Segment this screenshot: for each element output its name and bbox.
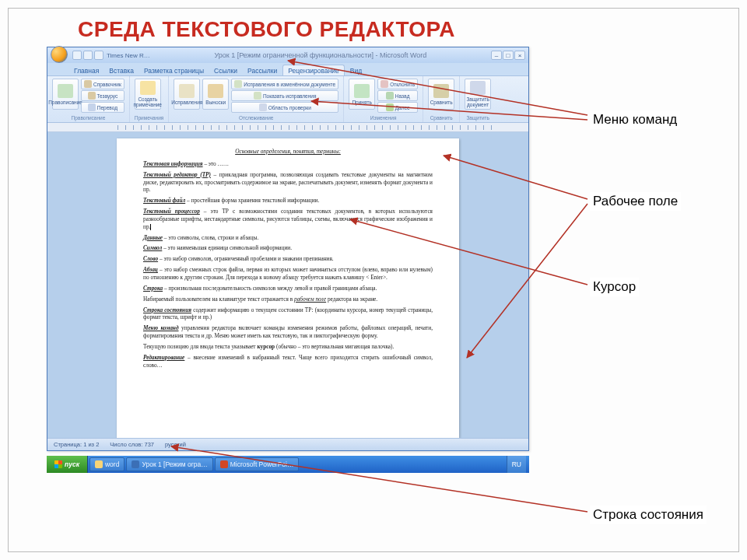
tab-home[interactable]: Главная xyxy=(69,65,103,75)
doc-icon xyxy=(234,80,242,88)
taskbar-item-powerpoint[interactable]: Microsoft PowerPoi… xyxy=(215,457,300,471)
tab-mailings[interactable]: Рассылки xyxy=(243,65,282,75)
compare-icon xyxy=(433,84,449,98)
group-label: Правописание xyxy=(52,114,124,121)
show-markup-button[interactable]: Показать исправления xyxy=(231,90,338,101)
group-label: Защитить xyxy=(465,114,491,121)
panel-icon xyxy=(259,103,267,111)
balloons-button[interactable]: Выноски xyxy=(202,79,229,110)
document-title: Урок 1 [Режим ограниченной функционально… xyxy=(153,51,488,59)
status-language[interactable]: русский xyxy=(165,441,186,448)
qat-font-name[interactable]: Times New R… xyxy=(107,52,150,59)
research-button[interactable]: Справочник xyxy=(81,79,124,89)
document-page[interactable]: Основные определения, понятия, термины: … xyxy=(117,138,459,438)
taskbar-item-word[interactable]: Урок 1 [Режим огра… xyxy=(126,457,212,471)
new-comment-button[interactable]: Создать примечание xyxy=(135,79,161,110)
slide-title: СРЕДА ТЕКСТОВОГО РЕДАКТОРА xyxy=(78,17,455,42)
book-icon xyxy=(84,80,92,88)
tab-references[interactable]: Ссылки xyxy=(209,65,242,75)
doc-heading: Основные определения, понятия, термины: xyxy=(143,148,433,156)
next-change-button[interactable]: Далее xyxy=(377,102,418,113)
tray-lang[interactable]: RU xyxy=(512,460,521,468)
accept-button[interactable]: Принять xyxy=(349,79,375,110)
group-label: Изменения xyxy=(349,114,418,121)
markup-icon xyxy=(254,92,261,100)
qat-undo-icon[interactable] xyxy=(83,51,93,60)
track-changes-button[interactable]: Исправления xyxy=(174,79,200,110)
qat-save-icon[interactable] xyxy=(72,51,82,60)
status-page[interactable]: Страница: 1 из 2 xyxy=(54,441,99,448)
group-comments: Создать примечание Примечания xyxy=(130,76,170,122)
reject-icon xyxy=(381,80,388,88)
status-bar: Страница: 1 из 2 Число слов: 737 русский xyxy=(47,438,528,450)
comment-icon xyxy=(140,81,156,95)
spelling-button[interactable]: Правописание xyxy=(52,79,79,110)
next-icon xyxy=(386,103,394,111)
office-button[interactable] xyxy=(51,46,68,63)
tab-layout[interactable]: Разметка страницы xyxy=(139,65,209,75)
thesaurus-button[interactable]: Тезаурус xyxy=(81,90,124,101)
group-label: Сравнить xyxy=(428,114,454,121)
status-words[interactable]: Число слов: 737 xyxy=(110,441,154,448)
taskbar-item-folder[interactable]: word xyxy=(89,457,124,471)
balloons-icon xyxy=(208,84,223,98)
text-cursor xyxy=(150,224,151,230)
callout-cursor: Курсор xyxy=(590,278,639,296)
callout-statusbar: Строка состояния xyxy=(590,506,707,524)
prev-icon xyxy=(386,92,394,100)
maximize-button[interactable]: □ xyxy=(503,51,514,60)
word-window: Times New R… Урок 1 [Режим ограниченной … xyxy=(47,47,529,451)
prev-change-button[interactable]: Назад xyxy=(377,90,418,101)
accept-icon xyxy=(354,84,370,98)
minimize-button[interactable]: – xyxy=(491,51,502,60)
group-tracking: Исправления Выноски Исправления в изменё… xyxy=(169,76,344,122)
tab-insert[interactable]: Вставка xyxy=(104,65,139,75)
group-label: Отслеживание xyxy=(174,114,338,121)
horizontal-ruler[interactable] xyxy=(47,123,528,132)
callout-workfield: Рабочее поле xyxy=(590,192,681,211)
folder-icon xyxy=(95,460,103,468)
qat-redo-icon[interactable] xyxy=(94,51,103,60)
translate-button[interactable]: Перевод xyxy=(81,102,124,113)
shield-icon xyxy=(470,81,486,95)
ribbon: Правописание Справочник Тезаурус Перевод… xyxy=(47,75,528,123)
tab-review[interactable]: Рецензирование xyxy=(282,65,345,75)
tab-view[interactable]: Вид xyxy=(345,65,366,75)
compare-button[interactable]: Сравнить xyxy=(428,79,454,110)
group-changes: Принять Отклонить Назад Далее Изменения xyxy=(344,76,423,122)
close-button[interactable]: × xyxy=(514,51,525,60)
start-button[interactable]: пуск xyxy=(47,456,88,473)
quick-access-toolbar[interactable] xyxy=(72,51,103,60)
reviewing-pane-button[interactable]: Область проверки xyxy=(231,102,338,113)
powerpoint-icon xyxy=(220,460,228,468)
group-protect: Защитить документ Защитить xyxy=(460,76,496,122)
display-review-button[interactable]: Исправления в изменённом документе xyxy=(231,79,338,89)
word-icon xyxy=(132,460,139,468)
callout-menu: Меню команд xyxy=(590,110,680,129)
translate-icon xyxy=(88,103,96,111)
windows-logo-icon xyxy=(54,460,62,468)
group-label: Примечания xyxy=(135,114,164,121)
ribbon-tabs: Главная Вставка Разметка страницы Ссылки… xyxy=(47,63,528,75)
title-bar: Times New R… Урок 1 [Режим ограниченной … xyxy=(47,47,528,63)
protect-button[interactable]: Защитить документ xyxy=(465,79,491,110)
thesaurus-icon xyxy=(88,92,96,100)
work-area[interactable]: Основные определения, понятия, термины: … xyxy=(47,132,528,438)
group-compare: Сравнить Сравнить xyxy=(423,76,460,122)
abc-check-icon xyxy=(58,84,73,98)
track-icon xyxy=(179,84,195,98)
group-proofing: Правописание Справочник Тезаурус Перевод… xyxy=(47,76,130,122)
system-tray[interactable]: RU xyxy=(507,456,526,473)
windows-taskbar: пуск word Урок 1 [Режим огра… Microsoft … xyxy=(47,456,529,473)
reject-button[interactable]: Отклонить xyxy=(377,79,418,89)
